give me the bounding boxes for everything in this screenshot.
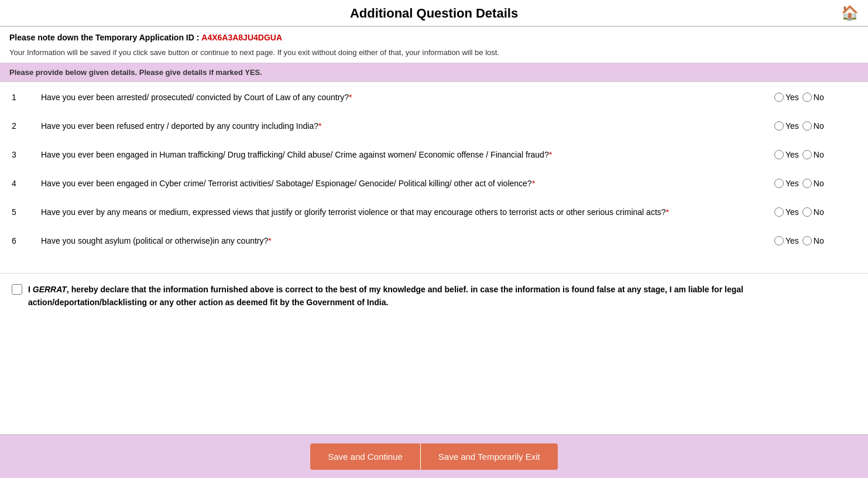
temp-id-label: Please note down the Temporary Applicati… [9, 33, 199, 42]
declaration-text[interactable]: I GERRAT, hereby declare that the inform… [28, 283, 856, 309]
no-label-4[interactable]: No [802, 179, 824, 188]
declaration-checkbox[interactable] [12, 284, 22, 295]
no-label-1[interactable]: No [802, 93, 824, 102]
yes-label-3[interactable]: Yes [774, 150, 799, 159]
question-row-6: 6 Have you sought asylum (political or o… [12, 235, 856, 247]
question-row-3: 3 Have you ever been engaged in Human tr… [12, 149, 856, 161]
required-marker-4: * [532, 179, 535, 188]
no-radio-3[interactable] [802, 150, 812, 159]
no-label-3[interactable]: No [802, 150, 824, 159]
no-radio-2[interactable] [802, 121, 812, 131]
no-text-1: No [814, 93, 824, 102]
declaration-area: I GERRAT, hereby declare that the inform… [0, 273, 868, 321]
no-label-5[interactable]: No [802, 207, 824, 217]
required-marker-2: * [318, 121, 321, 131]
question-row-1: 1 Have you ever been arrested/ prosecute… [12, 91, 856, 104]
question-options-5: Yes No [774, 206, 856, 217]
page-header: Additional Question Details 🏠 [0, 0, 868, 27]
yes-radio-6[interactable] [774, 236, 784, 245]
question-options-1: Yes No [774, 91, 856, 102]
yes-radio-2[interactable] [774, 121, 784, 131]
required-marker-1: * [349, 93, 352, 102]
question-number-6: 6 [12, 235, 41, 245]
home-icon[interactable]: 🏠 [841, 5, 859, 21]
temp-id-value: A4X6A3A8JU4DGUA [201, 33, 282, 42]
yes-label-2[interactable]: Yes [774, 121, 799, 131]
yes-text-3: Yes [785, 150, 799, 159]
question-number-2: 2 [12, 120, 41, 131]
yes-label-5[interactable]: Yes [774, 207, 799, 217]
page-title: Additional Question Details [0, 6, 868, 21]
required-marker-3: * [549, 150, 552, 159]
no-text-2: No [814, 121, 824, 131]
question-row-2: 2 Have you ever been refused entry / dep… [12, 120, 856, 132]
yes-radio-3[interactable] [774, 150, 784, 159]
question-number-3: 3 [12, 149, 41, 159]
no-label-6[interactable]: No [802, 236, 824, 245]
yes-text-6: Yes [785, 236, 799, 245]
question-options-2: Yes No [774, 120, 856, 131]
declaration-row: I GERRAT, hereby declare that the inform… [12, 283, 856, 309]
yes-radio-5[interactable] [774, 207, 784, 217]
question-options-4: Yes No [774, 177, 856, 188]
question-number-5: 5 [12, 206, 41, 217]
yes-label-6[interactable]: Yes [774, 236, 799, 245]
questions-area: 1 Have you ever been arrested/ prosecute… [0, 82, 868, 273]
yes-radio-1[interactable] [774, 93, 784, 102]
info-text: Your Information will be saved if you cl… [0, 46, 868, 63]
question-text-5: Have you ever by any means or medium, ex… [41, 206, 774, 218]
yes-label-4[interactable]: Yes [774, 179, 799, 188]
yes-radio-4[interactable] [774, 179, 784, 188]
question-text-3: Have you ever been engaged in Human traf… [41, 149, 774, 161]
required-marker-6: * [268, 236, 271, 245]
question-number-1: 1 [12, 91, 41, 102]
yes-text-4: Yes [785, 179, 799, 188]
question-text-4: Have you ever been engaged in Cyber crim… [41, 177, 774, 190]
question-text-2: Have you ever been refused entry / depor… [41, 120, 774, 132]
yes-text-2: Yes [785, 121, 799, 131]
no-text-6: No [814, 236, 824, 245]
question-row-5: 5 Have you ever by any means or medium, … [12, 206, 856, 218]
required-marker-5: * [666, 207, 669, 217]
no-radio-1[interactable] [802, 93, 812, 102]
question-options-3: Yes No [774, 149, 856, 159]
yes-text-1: Yes [785, 93, 799, 102]
question-options-6: Yes No [774, 235, 856, 245]
no-radio-5[interactable] [802, 207, 812, 217]
yes-text-5: Yes [785, 207, 799, 217]
no-radio-6[interactable] [802, 236, 812, 245]
no-text-3: No [814, 150, 824, 159]
question-row-4: 4 Have you ever been engaged in Cyber cr… [12, 177, 856, 190]
question-number-4: 4 [12, 177, 41, 188]
section-header: Please provide below given details. Plea… [0, 63, 868, 82]
declaration-name: GERRAT [33, 285, 67, 294]
no-text-5: No [814, 207, 824, 217]
temp-id-bar: Please note down the Temporary Applicati… [0, 27, 868, 46]
no-label-2[interactable]: No [802, 121, 824, 131]
question-text-6: Have you sought asylum (political or oth… [41, 235, 774, 247]
question-text-1: Have you ever been arrested/ prosecuted/… [41, 91, 774, 104]
no-radio-4[interactable] [802, 179, 812, 188]
no-text-4: No [814, 179, 824, 188]
yes-label-1[interactable]: Yes [774, 93, 799, 102]
